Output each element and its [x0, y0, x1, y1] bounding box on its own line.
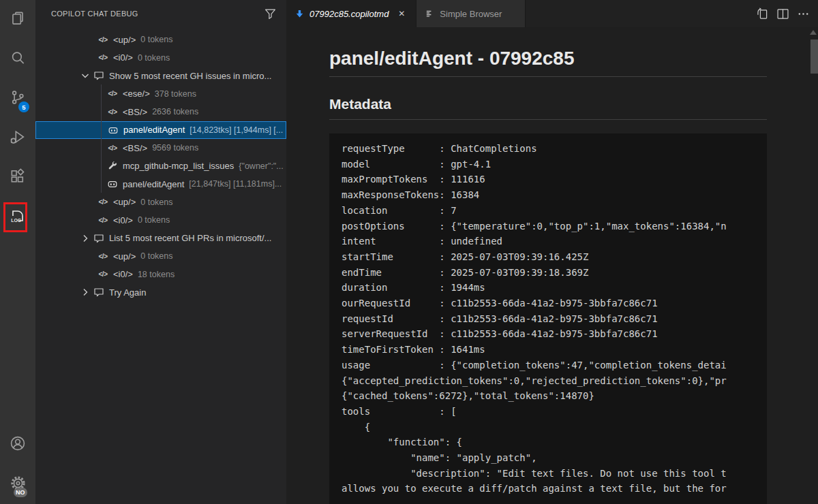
tree-item-meta: 378 tokens	[155, 89, 196, 99]
tree-item-meta: 18 tokens	[138, 270, 175, 279]
tab-simple-browser[interactable]: Simple Browser	[416, 0, 526, 27]
svg-text:LOG: LOG	[11, 218, 21, 223]
sidebar-title: COPILOT CHAT DEBUG	[51, 10, 263, 18]
code-icon: </>	[97, 217, 109, 224]
more-actions-icon[interactable]	[795, 5, 811, 22]
tree-item-label: <i0/>	[113, 215, 133, 225]
code-icon: </>	[106, 144, 119, 152]
code-icon: </>	[97, 54, 109, 61]
tree-item-label: <i0/>	[113, 52, 133, 63]
tree-item-panel-editagent[interactable]: panel/editAgent[14,823tks] [1,944ms] [..…	[35, 121, 286, 140]
tree-item-label: panel/editAgent	[123, 179, 184, 189]
tree-indent-guide	[101, 84, 102, 193]
tree-item-show-5-most-recent-gh-issues-in-micro[interactable]: Show 5 most recent GH issues in micro...	[35, 67, 286, 85]
tree-item-meta: 0 tokens	[138, 53, 170, 63]
tree-item-meta: {"owner":"...	[239, 161, 283, 171]
open-preview-icon[interactable]	[754, 5, 770, 22]
tree-item-up[interactable]: </><up/>0 tokens	[35, 31, 286, 49]
comment-icon	[93, 233, 105, 244]
run-debug-icon	[9, 128, 27, 148]
close-icon[interactable]: ✕	[395, 7, 408, 20]
activity-bar-settings[interactable]: NO	[0, 464, 35, 504]
chat-debug-tree: </><up/>0 tokens</><i0/>0 tokensShow 5 m…	[35, 31, 286, 302]
chevron-down-icon[interactable]	[78, 70, 93, 81]
tree-item-label: <up/>	[113, 197, 136, 207]
tree-item-meta: 0 tokens	[140, 251, 172, 261]
vscode-window: 5LOGNO COPILOT CHAT DEBUG </><up/>0 toke…	[0, 0, 818, 504]
code-icon: </>	[97, 270, 109, 278]
copilot-icon	[107, 125, 119, 136]
code-icon: </>	[97, 253, 109, 260]
tab-label: 07992c85.copilotmd	[309, 9, 389, 19]
activity-bar-run-debug[interactable]	[0, 119, 35, 158]
page-title: panel/editAgent - 07992c85	[329, 46, 767, 77]
code-icon: </>	[106, 108, 119, 116]
scrollbar-up-arrow[interactable]	[810, 30, 817, 35]
tree-item-bs[interactable]: </><BS/>2636 tokens	[35, 103, 286, 121]
tree-item-bs[interactable]: </><BS/>9569 tokens	[35, 139, 286, 157]
tree-item-label: mcp_github-mcp_list_issues	[123, 161, 234, 171]
tree-item-label: <BS/>	[123, 143, 147, 153]
simple-browser-icon	[425, 9, 435, 19]
tree-item-label: Try Again	[109, 287, 146, 298]
filter-icon[interactable]	[263, 7, 277, 20]
tree-item-meta: [21,847tks] [11,181ms]...	[189, 179, 282, 189]
tree-item-label: <BS/>	[123, 107, 147, 117]
tree-item-meta: 2636 tokens	[152, 107, 198, 116]
editor-tab-bar: 07992c85.copilotmd✕Simple Browser	[286, 0, 818, 27]
chevron-right-icon[interactable]	[78, 287, 93, 298]
sidebar-copilot-chat-debug: COPILOT CHAT DEBUG </><up/>0 tokens</><i…	[35, 0, 286, 504]
comment-icon	[93, 70, 105, 81]
tree-item-meta: 0 tokens	[138, 215, 170, 225]
activity-bar-account[interactable]	[0, 425, 35, 464]
code-icon: </>	[106, 90, 119, 97]
tab-label: Simple Browser	[440, 9, 502, 19]
extensions-icon	[9, 168, 27, 188]
split-editor-icon[interactable]	[774, 5, 791, 22]
tree-item-meta: 0 tokens	[140, 35, 172, 44]
tree-item-i0[interactable]: </><i0/>0 tokens	[35, 211, 286, 230]
source-control-badge: 5	[18, 101, 29, 112]
tools-icon	[106, 161, 119, 171]
activity-bar: 5LOGNO	[0, 0, 35, 504]
tree-item-up[interactable]: </><up/>0 tokens	[35, 193, 286, 212]
tree-item-ese[interactable]: </><ese/>378 tokens	[35, 85, 286, 104]
tree-item-i0[interactable]: </><i0/>0 tokens	[35, 49, 286, 67]
files-icon	[9, 10, 27, 30]
tree-item-meta: 0 tokens	[140, 198, 172, 207]
tree-item-label: <ese/>	[123, 89, 150, 99]
code-icon: </>	[97, 36, 109, 44]
tree-item-label: List 5 most recent GH PRs in microsoft/.…	[109, 233, 271, 243]
tree-item-label: <up/>	[113, 35, 136, 45]
search-icon	[9, 49, 27, 69]
copilot-icon	[106, 178, 119, 189]
tree-item-label: <up/>	[113, 251, 136, 262]
markdown-file-icon	[294, 9, 305, 19]
sidebar-header: COPILOT CHAT DEBUG	[35, 0, 286, 27]
tree-item-list-5-most-recent-gh-prs-in-microsoft[interactable]: List 5 most recent GH PRs in microsoft/.…	[35, 230, 286, 248]
activity-bar-extensions[interactable]	[0, 158, 35, 198]
metadata-code-block[interactable]: requestType : ChatCompletions model : gp…	[329, 133, 767, 504]
settings-badge: NO	[14, 488, 27, 497]
tree-item-up[interactable]: </><up/>0 tokens	[35, 247, 286, 266]
chevron-right-icon[interactable]	[78, 233, 93, 244]
scrollbar-thumb[interactable]	[811, 40, 818, 74]
editor-actions	[754, 0, 818, 27]
activity-bar-source-control[interactable]: 5	[0, 79, 35, 119]
comment-icon	[93, 287, 105, 298]
account-icon	[9, 435, 27, 455]
activity-bar-copilot-chat-debug-log[interactable]: LOG	[0, 198, 35, 237]
log-icon: LOG	[9, 207, 27, 227]
activity-bar-search[interactable]	[0, 40, 35, 79]
editor-group: 07992c85.copilotmd✕Simple Browser panel/…	[286, 0, 818, 504]
tree-item-try-again[interactable]: Try Again	[35, 283, 286, 302]
activity-bar-explorer[interactable]	[0, 0, 35, 40]
markdown-preview: panel/editAgent - 07992c85 Metadata requ…	[286, 27, 818, 504]
tree-item-i0[interactable]: </><i0/>18 tokens	[35, 266, 286, 284]
tree-item-mcp-github-mcp-list-issues[interactable]: mcp_github-mcp_list_issues{"owner":"...	[35, 157, 286, 176]
tree-item-label: <i0/>	[113, 269, 133, 279]
tree-item-meta: 9569 tokens	[152, 143, 198, 153]
tree-item-panel-editagent[interactable]: panel/editAgent[21,847tks] [11,181ms]...	[35, 175, 286, 193]
tab-07992c85-copilotmd[interactable]: 07992c85.copilotmd✕	[286, 0, 416, 27]
tree-item-label: panel/editAgent	[123, 125, 185, 135]
